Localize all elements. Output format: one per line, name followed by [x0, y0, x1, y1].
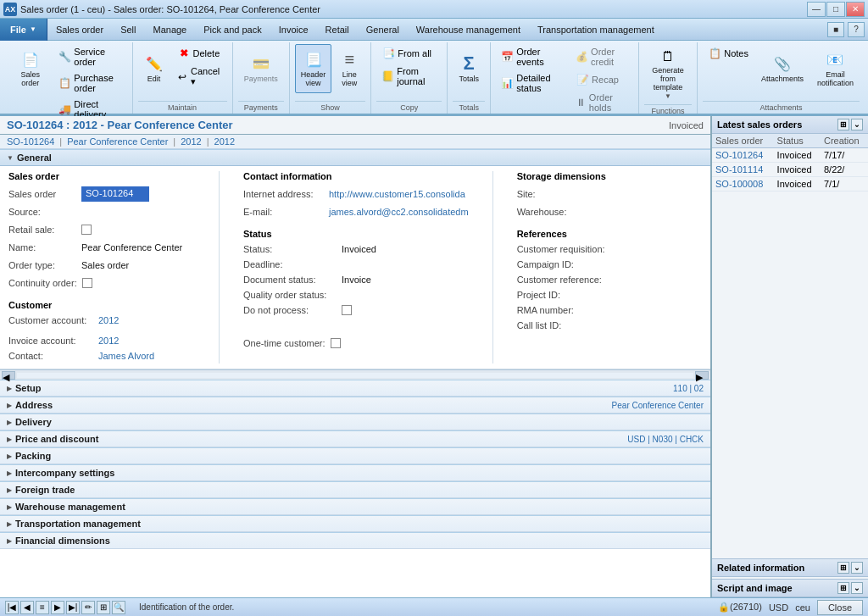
ribbon-copy-label: Copy: [376, 101, 442, 112]
collapsed-section-delivery[interactable]: ▶ Delivery: [0, 413, 710, 430]
nav-prev-btn[interactable]: ◀: [20, 601, 34, 614]
nav-filter-btn[interactable]: 🔍: [112, 601, 125, 614]
file-menu[interactable]: File ▼: [0, 19, 47, 41]
ribbon-group-totals: Σ Totals Totals: [448, 42, 491, 114]
email-notification-button[interactable]: 📧 Emailnotification: [811, 44, 860, 93]
contact-value[interactable]: James Alvord: [98, 351, 154, 361]
from-all-button[interactable]: 📑 From all: [376, 44, 442, 63]
generate-from-template-button[interactable]: 🗒 Generate fromtemplate ▼: [644, 44, 692, 103]
delete-button[interactable]: ✖ Delete: [172, 44, 227, 63]
collapsed-section-financial-dimensions[interactable]: ▶ Financial dimensions: [0, 532, 710, 549]
nav-next-btn[interactable]: ▶: [51, 601, 64, 614]
retail-sale-checkbox[interactable]: [81, 225, 92, 235]
menu-pick-and-pack[interactable]: Pick and pack: [195, 19, 270, 41]
do-not-process-checkbox[interactable]: [342, 305, 352, 315]
notes-button[interactable]: 📋 Notes: [703, 44, 754, 63]
totals-button[interactable]: Σ Totals: [453, 44, 485, 93]
service-order-button[interactable]: 🔧 Service order: [53, 44, 126, 69]
close-window-button[interactable]: ✕: [846, 2, 865, 17]
scroll-left-btn[interactable]: ◀: [2, 371, 15, 380]
contact-info-title: Contact information: [243, 171, 469, 184]
name-label: Name:: [8, 242, 76, 253]
context-help-icon[interactable]: ?: [848, 22, 865, 37]
nav-grid-btn[interactable]: ⊞: [97, 601, 110, 614]
header-view-button[interactable]: 📃 Headerview: [295, 44, 332, 93]
horizontal-scrollbar[interactable]: ◀ ▶: [0, 369, 710, 380]
sales-order-input[interactable]: SO-101264: [81, 186, 149, 202]
menu-general[interactable]: General: [358, 19, 408, 41]
table-row[interactable]: SO-101114 Invoiced 8/22/: [712, 163, 868, 177]
close-button[interactable]: Close: [817, 600, 863, 615]
one-time-customer-checkbox[interactable]: [331, 338, 341, 348]
order-status: Invoiced: [669, 120, 704, 130]
continuity-order-checkbox[interactable]: [82, 278, 92, 288]
payments-button[interactable]: 💳 Payments: [238, 44, 284, 93]
collapsed-section-address[interactable]: ▶ Address Pear Conference Center: [0, 397, 710, 413]
collapsed-section-price-and-discount[interactable]: ▶ Price and discount USD | N030 | CHCK: [0, 430, 710, 447]
table-row[interactable]: SO-100008 Invoiced 7/1/: [712, 177, 868, 191]
invoice-account-value[interactable]: 2012: [98, 336, 119, 346]
menu-sales-order[interactable]: Sales order: [47, 19, 112, 41]
internet-address-value[interactable]: http://www.customer15.consolida: [329, 189, 465, 199]
breadcrumb-company[interactable]: Pear Conference Center: [67, 136, 168, 147]
deadline-label: Deadline:: [243, 259, 337, 269]
latest-sales-orders-header: Latest sales orders ⊞ ⌄: [712, 116, 868, 134]
breadcrumb-year2[interactable]: 2012: [214, 136, 235, 147]
general-section-content: Sales order Sales order SO-101264 Source…: [0, 166, 710, 369]
maximize-button[interactable]: □: [826, 2, 845, 17]
ribbon-group-functions: 🗒 Generate fromtemplate ▼ Functions: [639, 42, 698, 114]
script-and-image-section[interactable]: Script and image ⊞ ⌄: [712, 579, 868, 597]
breadcrumb-so[interactable]: SO-101264: [7, 136, 54, 147]
email-value[interactable]: james.alvord@cc2.consolidatedm: [329, 207, 469, 217]
rp-collapse-btn[interactable]: ⌄: [851, 119, 863, 130]
table-row[interactable]: SO-101264 Invoiced 7/17/: [712, 148, 868, 163]
menu-warehouse[interactable]: Warehouse management: [408, 19, 529, 41]
right-panel: Latest sales orders ⊞ ⌄ Sales order Stat…: [711, 116, 868, 597]
menu-invoice[interactable]: Invoice: [270, 19, 317, 41]
email-label: E-mail:: [243, 207, 324, 217]
menu-transportation[interactable]: Transportation management: [529, 19, 663, 41]
sales-order-button[interactable]: 📄 Sales order: [8, 44, 52, 93]
contact-label: Contact:: [8, 351, 93, 361]
collapsed-section-packing[interactable]: ▶ Packing: [0, 447, 710, 464]
order-holds-button[interactable]: ⏸ Order holds: [570, 90, 633, 115]
script-expand-btn[interactable]: ⊞: [837, 582, 849, 594]
related-info-collapse-btn[interactable]: ⌄: [851, 562, 863, 574]
edit-button[interactable]: ✏️ Edit: [138, 44, 170, 93]
nav-last-btn[interactable]: ▶|: [66, 601, 80, 614]
scroll-right-btn[interactable]: ▶: [695, 371, 709, 380]
collapsed-section-intercompany-settings[interactable]: ▶ Intercompany settings: [0, 464, 710, 481]
order-credit-button[interactable]: 💰 Order credit: [570, 44, 633, 69]
nav-first-btn[interactable]: |◀: [5, 601, 19, 614]
script-collapse-btn[interactable]: ⌄: [851, 582, 863, 594]
related-information-section[interactable]: Related information ⊞ ⌄: [712, 558, 868, 577]
breadcrumb-year1[interactable]: 2012: [181, 136, 201, 147]
line-view-button[interactable]: ≡ Lineview: [333, 44, 365, 93]
new-subitems: 🔧 Service order 📋 Purchase order 🚚 Direc…: [53, 44, 126, 122]
nav-edit-btn[interactable]: ✏: [81, 601, 95, 614]
attachments-button[interactable]: 📎 Attachments: [755, 44, 810, 93]
minimize-button[interactable]: —: [807, 2, 826, 17]
collapsed-section-transportation-management[interactable]: ▶ Transportation management: [0, 515, 710, 532]
purchase-order-button[interactable]: 📋 Purchase order: [53, 70, 126, 96]
nav-list-btn[interactable]: ≡: [36, 601, 49, 614]
general-section-header[interactable]: ▼ General: [0, 149, 710, 166]
related-info-expand-btn[interactable]: ⊞: [837, 562, 849, 574]
rp-expand-btn[interactable]: ⊞: [837, 119, 849, 130]
cancel-button[interactable]: ↩ Cancel ▾: [172, 64, 227, 90]
menu-sell[interactable]: Sell: [112, 19, 144, 41]
collapsed-section-warehouse-management[interactable]: ▶ Warehouse management: [0, 498, 710, 515]
customer-account-value[interactable]: 2012: [98, 315, 119, 325]
email-row: E-mail: james.alvord@cc2.consolidatedm: [243, 204, 469, 219]
site-label: Site:: [517, 189, 576, 199]
collapsed-section-foreign-trade[interactable]: ▶ Foreign trade: [0, 481, 710, 498]
breadcrumb: SO-101264 | Pear Conference Center | 201…: [0, 135, 710, 149]
help-icon[interactable]: ■: [827, 22, 844, 37]
order-events-button[interactable]: 📅 Order events: [496, 44, 569, 69]
from-journal-button[interactable]: 📒 From journal: [376, 64, 442, 89]
menu-manage[interactable]: Manage: [144, 19, 195, 41]
menu-retail[interactable]: Retail: [317, 19, 358, 41]
recap-button[interactable]: 📝 Recap: [570, 70, 633, 89]
collapsed-section-setup[interactable]: ▶ Setup 110 | 02: [0, 380, 710, 397]
detailed-status-button[interactable]: 📊 Detailed status: [496, 70, 569, 96]
